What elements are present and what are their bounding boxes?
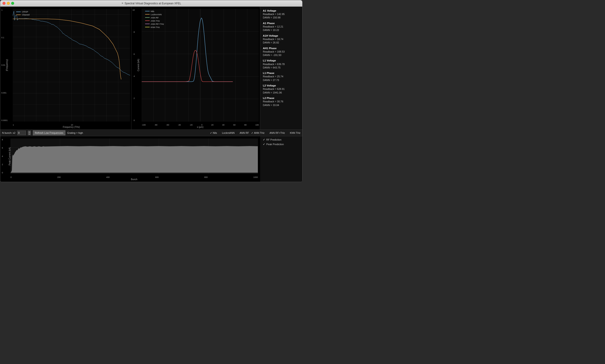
legend-ann-thz: ANN THz — [145, 20, 257, 22]
checkbox-label-text-0: Nils — [213, 131, 217, 134]
sidebar-param-readback-7: Readback = 30.76 — [263, 100, 300, 103]
bottom-section: 8 6 4 2 0 Peak Current (kA) 0 200 400 60… — [0, 136, 302, 182]
minimize-button[interactable] — [7, 2, 10, 5]
sidebar-param-readback-5: Readback = 25.74 — [263, 75, 300, 78]
checkmark-3: ✓ — [251, 131, 253, 134]
bottom-sidebar-label-1: Peak Prediction — [266, 143, 284, 146]
sidebar-param-1: A1 Phase Readback = 12.21 DANN = 10.22 — [263, 21, 300, 32]
spectral-svg: .grid-line { stroke: #2a2a2a; stroke-wid… — [13, 9, 130, 121]
window-controls — [2, 2, 14, 5]
window-title-text: Spectral Virtual Diagnostics at European… — [124, 2, 181, 5]
spectral-x-label: Frequency (THz) — [63, 126, 80, 128]
sidebar-param-2: A1H Voltage Readback = 18.74 DANN = 26.8… — [263, 34, 300, 45]
sidebar-param-title-6: L2 Voltage — [263, 84, 300, 87]
sidebar-param-dann-2: DANN = 26.82 — [263, 41, 300, 44]
n-bunch-spinner[interactable]: ▲ ▼ — [28, 130, 31, 135]
current-chart: Nils LockmANN ANN RF — [131, 7, 260, 130]
sidebar-param-7: L2 Phase Readback = 30.76 DANN = 33.04 — [263, 96, 300, 107]
current-legend: Nils LockmANN ANN RF — [145, 10, 257, 29]
window-title: ✕ Spectral Virtual Diagnostics at Europe… — [121, 2, 181, 5]
current-y-label: Current (kA) — [137, 59, 139, 71]
legend-ann-rf-thz-label: ANN RF+THz — [151, 23, 164, 25]
spectral-chart: .grid-line { stroke: #2a2a2a; stroke-wid… — [0, 7, 131, 130]
maximize-button[interactable] — [11, 2, 14, 5]
title-bar: ✕ Spectral Virtual Diagnostics at Europe… — [0, 0, 302, 7]
sidebar-param-dann-7: DANN = 33.04 — [263, 104, 300, 107]
bottom-y-label: Peak Current (kA) — [8, 147, 11, 165]
checkbox-label-lockmann[interactable]: ✓LockmANN — [219, 131, 235, 134]
sidebar-param-dann-0: DANN = 150.98 — [263, 16, 300, 19]
spectral-y-label: |Frequency| — [6, 59, 8, 71]
legend-lockmANN-line — [145, 14, 150, 14]
sidebar-param-title-2: A1H Voltage — [263, 34, 300, 38]
checkbox-label-text-3: ANN THz — [254, 131, 264, 134]
sidebar-param-dann-4: DANN = 643.75 — [263, 66, 300, 69]
sidebar-param-title-7: L2 Phase — [263, 96, 300, 100]
sidebar-param-title-3: AH1 Phase — [263, 46, 300, 50]
top-section: .grid-line { stroke: #2a2a2a; stroke-wid… — [0, 7, 302, 130]
sidebar-param-readback-4: Readback = 639.78 — [263, 63, 300, 66]
peak-current-bars — [11, 146, 258, 173]
charts-area: .grid-line { stroke: #2a2a2a; stroke-wid… — [0, 7, 260, 130]
sidebar-param-3: AH1 Phase Readback = 168.53 DANN = -191.… — [263, 46, 300, 57]
sidebar-param-title-1: A1 Phase — [263, 21, 300, 25]
checkbox-label-nils[interactable]: ✓Nils — [210, 131, 217, 134]
sidebar-param-title-5: L1 Phase — [263, 71, 300, 75]
bottom-chart: 8 6 4 2 0 Peak Current (kA) 0 200 400 60… — [0, 136, 260, 182]
bottom-checkmark-1: ✓ — [263, 143, 265, 146]
current-x-label: s (μm) — [197, 126, 203, 128]
spinner-down[interactable]: ▼ — [28, 133, 31, 135]
grating-label: Grating = high — [67, 131, 83, 134]
n-bunch-input[interactable] — [17, 130, 26, 135]
checkbox-label-ann-rf[interactable]: ✓ANN RF — [237, 131, 249, 134]
legend-crisp-line — [16, 12, 21, 12]
legend-crisp-label: CRISP — [22, 11, 28, 13]
sidebar-param-6: L2 Voltage Readback = 628.91 DANN = 1941… — [263, 84, 300, 94]
controls-checkboxes: ✓Nils✓LockmANN✓ANN RF✓ANN THz✓ANN RF+THz… — [210, 131, 301, 134]
bottom-sidebar-label-0: RF Prediction — [266, 138, 282, 141]
legend-ann-rf: ANN RF — [145, 16, 257, 19]
n-bunch-label: N bunch: x2 — [2, 131, 15, 134]
checkmark-4: ✓ — [267, 131, 269, 134]
sidebar-param-5: L1 Phase Readback = 25.74 DANN = 27.73 — [263, 71, 300, 82]
sidebar-param-dann-3: DANN = -191.50 — [263, 53, 300, 57]
legend-crisp: CRISP — [16, 11, 30, 13]
checkbox-label-text-1: LockmANN — [222, 131, 235, 134]
close-button[interactable] — [2, 2, 5, 5]
checkbox-label-text-2: ANN RF — [240, 131, 249, 134]
refresh-button[interactable]: Refresh Low Frequencies — [33, 130, 65, 135]
spinner-up[interactable]: ▲ — [28, 130, 31, 133]
current-y-ticks: 10 8 6 4 2 0 — [133, 9, 135, 121]
legend-ann-rf-thz-line — [145, 24, 150, 24]
checkbox-label-ann-rf+thz[interactable]: ✓ANN RF+THz — [267, 131, 285, 134]
sidebar-param-dann-1: DANN = 10.22 — [263, 28, 300, 32]
checkbox-label-knn-thz[interactable]: ✓KNN THz — [287, 131, 301, 134]
legend-ann-rf-line — [145, 17, 150, 18]
legend-ann-rf-label: ANN RF — [151, 16, 159, 19]
bottom-x-label: Bunch — [131, 178, 137, 181]
checkmark-2: ✓ — [237, 131, 239, 134]
sidebar-param-dann-6: DANN = 1941.06 — [263, 91, 300, 94]
bottom-sidebar-item-1: ✓ Peak Prediction — [263, 143, 300, 146]
legend-cleaned: Cleaned — [16, 14, 30, 16]
sidebar-param-readback-3: Readback = 168.53 — [263, 50, 300, 53]
sidebar-param-title-4: L1 Voltage — [263, 59, 300, 62]
legend-nils-line — [145, 11, 150, 11]
current-canvas: Nils LockmANN ANN RF — [142, 9, 259, 121]
legend-nils-label: Nils — [151, 10, 154, 13]
legend-ann-thz-line — [145, 20, 150, 21]
right-sidebar: A1 Voltage Readback = 142.95 DANN = 150.… — [260, 7, 302, 130]
checkbox-label-text-5: KNN THz — [290, 131, 301, 134]
sidebar-param-readback-6: Readback = 628.91 — [263, 87, 300, 91]
checkbox-label-ann-thz[interactable]: ✓ANN THz — [251, 131, 264, 134]
sidebar-param-title-0: A1 Voltage — [263, 9, 300, 13]
bottom-sidebar-items: ✓ RF Prediction ✓ Peak Prediction — [263, 138, 300, 146]
spectral-canvas: .grid-line { stroke: #2a2a2a; stroke-wid… — [13, 9, 130, 121]
controls-bar: N bunch: x2 ▲ ▼ Refresh Low Frequencies … — [0, 130, 302, 136]
sidebar-param-dann-5: DANN = 27.73 — [263, 78, 300, 82]
sidebar-param-readback-1: Readback = 12.21 — [263, 25, 300, 28]
checkmark-0: ✓ — [210, 131, 212, 134]
sidebar-param-4: L1 Voltage Readback = 639.78 DANN = 643.… — [263, 59, 300, 69]
legend-lockmANN: LockmANN — [145, 13, 257, 16]
legend-nils: Nils — [145, 10, 257, 13]
